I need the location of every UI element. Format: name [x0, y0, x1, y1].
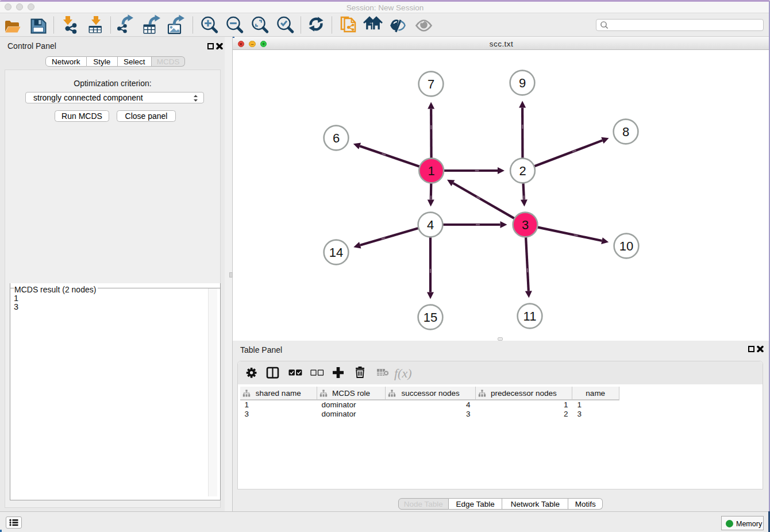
svg-text:2: 2: [519, 164, 526, 178]
svg-text:9: 9: [519, 76, 526, 90]
svg-text:8: 8: [622, 125, 629, 139]
svg-text:3: 3: [522, 218, 529, 232]
svg-text:14: 14: [329, 245, 343, 260]
svg-text:10: 10: [619, 239, 633, 253]
svg-text:6: 6: [333, 131, 340, 145]
svg-text:7: 7: [428, 77, 434, 91]
svg-text:11: 11: [523, 309, 537, 323]
svg-text:15: 15: [424, 310, 437, 325]
svg-text:1: 1: [428, 164, 435, 178]
svg-text:4: 4: [427, 218, 434, 232]
